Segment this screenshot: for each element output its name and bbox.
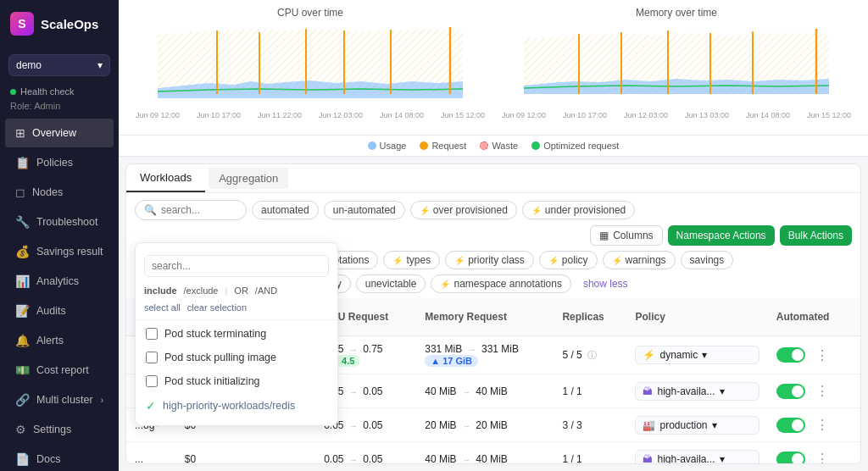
policy-value[interactable]: ⚡ dynamic ▾ — [626, 336, 767, 374]
sidebar-item-savings[interactable]: 💰 Savings result — [5, 237, 114, 266]
policy-value[interactable]: 🏭 production ▾ — [626, 408, 767, 442]
sidebar-item-alerts[interactable]: 🔔 Alerts — [5, 326, 114, 355]
select-all-link[interactable]: select all — [144, 302, 181, 313]
policy-icon: 🏭 — [643, 419, 655, 431]
show-less-button[interactable]: show less — [576, 275, 635, 292]
dropdown-search-box[interactable] — [136, 250, 337, 282]
waste-dot-icon — [480, 141, 488, 150]
memory-request-value: 40 MiB → 40 MiB — [416, 442, 554, 464]
dropdown-item-pod-stuck-initializing[interactable]: Pod stuck initializing — [136, 369, 337, 393]
sidebar-item-multicluster[interactable]: 🔗 Multi cluster › — [5, 385, 114, 414]
policy-pill[interactable]: 🏔 high-availa... ▾ — [635, 450, 759, 464]
cpu-request-value: 0.05 → 0.05 — [315, 442, 416, 464]
policy-name: high-availa... — [657, 385, 715, 397]
policy-value[interactable]: 🏔 high-availa... ▾ — [626, 442, 767, 464]
workload-search-box[interactable]: 🔍 — [135, 200, 247, 220]
filter-savings[interactable]: savings — [681, 251, 734, 269]
filter-icon: ⚡ — [392, 256, 403, 265]
policy-value[interactable]: 🏔 high-availa... ▾ — [626, 374, 767, 408]
sidebar-item-analytics[interactable]: 📊 Analytics — [5, 267, 114, 296]
policy-pill[interactable]: ⚡ dynamic ▾ — [635, 346, 759, 364]
filters-section: 🔍 automated un-automated ⚡ over provisio… — [126, 193, 860, 298]
workloads-tabs: Workloads Aggregation — [126, 164, 860, 193]
chevron-right-icon: › — [101, 396, 103, 405]
pod-stuck-initializing-checkbox[interactable] — [146, 375, 158, 387]
and-label[interactable]: /AND — [255, 285, 277, 296]
nodes-icon: ◻ — [15, 186, 25, 199]
filter-over-provisioned[interactable]: ⚡ over provisioned — [410, 201, 517, 219]
dropdown-item-high-priority-redis[interactable]: ✓ high-priority-workloads/redis — [136, 393, 337, 418]
sidebar-item-label: Alerts — [36, 335, 64, 346]
bulk-actions-button[interactable]: Bulk Actions — [780, 225, 852, 246]
replicas-value: 3 / 3 — [554, 408, 626, 442]
sidebar-item-troubleshoot[interactable]: 🔧 Troubleshoot — [5, 208, 114, 236]
arrow-icon: → — [462, 387, 470, 396]
tab-aggregation[interactable]: Aggregation — [209, 168, 288, 189]
automated-toggle[interactable] — [776, 347, 805, 363]
pod-stuck-pulling-checkbox[interactable] — [146, 352, 158, 363]
exclude-label[interactable]: /exclude — [184, 285, 219, 296]
role-label: Role: Admin — [0, 100, 119, 118]
sidebar-item-policies[interactable]: 📋 Policies — [5, 148, 114, 177]
filter-priority-class[interactable]: ⚡ priority class — [445, 251, 534, 269]
search-icon: 🔍 — [144, 204, 157, 216]
dropdown-controls: include /exclude | OR /AND — [136, 282, 337, 301]
sidebar-item-cost-report[interactable]: 💵 Cost report — [5, 356, 114, 385]
more-options-button[interactable]: ⋮ — [810, 381, 834, 401]
policy-pill[interactable]: 🏭 production ▾ — [635, 416, 759, 435]
policy-pill[interactable]: 🏔 high-availa... ▾ — [635, 382, 759, 401]
automated-value: ⋮ — [768, 374, 860, 408]
pod-stuck-terminating-checkbox[interactable] — [146, 328, 158, 340]
namespace-actions-button[interactable]: Namespace Actions — [668, 225, 775, 246]
filter-icon: ⚡ — [531, 206, 542, 215]
dropdown-item-label: Pod stuck pulling image — [164, 352, 276, 363]
chevron-down-icon: ▾ — [97, 59, 103, 71]
checkmark-icon: ✓ — [146, 399, 156, 413]
cluster-icon: 🔗 — [15, 393, 30, 407]
cpu-chart-title: CPU over time — [132, 7, 488, 19]
tab-workloads[interactable]: Workloads — [126, 164, 205, 192]
more-options-button[interactable]: ⋮ — [810, 415, 834, 435]
chevron-down-icon: ▾ — [720, 385, 725, 397]
chart-legend: Usage Request Waste Optimized request — [119, 136, 868, 157]
automated-toggle[interactable] — [776, 452, 805, 464]
sidebar-item-overview[interactable]: ⊞ Overview — [5, 119, 114, 147]
sidebar-item-label: Analytics — [36, 275, 79, 287]
more-options-button[interactable]: ⋮ — [810, 449, 834, 463]
memory-request-value: 40 MiB → 40 MiB — [416, 374, 554, 408]
filter-label: unevictable — [365, 278, 417, 290]
sidebar-item-audits[interactable]: 📝 Audits — [5, 296, 114, 325]
sidebar-item-settings[interactable]: ⚙ Settings — [5, 415, 114, 444]
arrow-icon: → — [349, 387, 358, 396]
sidebar-item-nodes[interactable]: ◻ Nodes — [5, 178, 114, 207]
filter-warnings[interactable]: ⚡ warnings — [603, 251, 676, 269]
dropdown-item-pod-stuck-pulling[interactable]: Pod stuck pulling image — [136, 346, 337, 369]
memory-chart-title: Memory over time — [498, 7, 854, 19]
dropdown-item-pod-stuck-terminating[interactable]: Pod stuck terminating — [136, 322, 337, 346]
filter-automated[interactable]: automated — [252, 201, 319, 219]
health-dot-icon — [10, 89, 16, 95]
filter-policy[interactable]: ⚡ policy — [539, 251, 598, 269]
automated-toggle[interactable] — [776, 384, 805, 399]
filter-un-automated[interactable]: un-automated — [324, 201, 405, 219]
sidebar-item-docs[interactable]: 📄 Docs — [5, 445, 114, 471]
automated-toggle[interactable] — [776, 418, 805, 433]
filter-namespace-annotations[interactable]: ⚡ namespace annotations — [431, 274, 570, 293]
filter-types[interactable]: ⚡ types — [383, 251, 440, 269]
sidebar-item-label: Troubleshoot — [36, 216, 98, 228]
or-label[interactable]: OR — [234, 285, 248, 296]
sidebar-item-label: Policies — [36, 157, 73, 169]
filter-under-provisioned[interactable]: ⚡ under provisioned — [522, 201, 635, 219]
env-selector[interactable]: demo ▾ — [8, 54, 110, 76]
chevron-down-icon: ▾ — [702, 349, 707, 361]
clear-selection-link[interactable]: clear selection — [187, 302, 247, 313]
include-label[interactable]: include — [144, 285, 177, 296]
search-input[interactable] — [161, 204, 237, 216]
more-options-button[interactable]: ⋮ — [810, 346, 834, 365]
filter-unevictable[interactable]: unevictable — [356, 274, 426, 293]
policy-icon: 🏔 — [643, 385, 653, 397]
sidebar-item-label: Audits — [36, 305, 66, 317]
dropdown-search-input[interactable] — [144, 255, 329, 277]
legend-usage-label: Usage — [380, 141, 407, 151]
columns-button[interactable]: ▦ Columns — [590, 225, 662, 246]
